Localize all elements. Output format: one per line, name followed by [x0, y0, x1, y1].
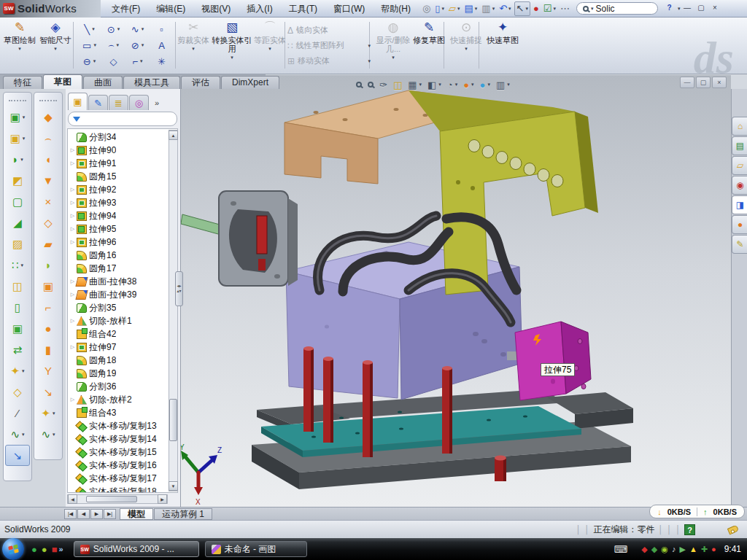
tab-模具工具[interactable]: 模具工具	[123, 76, 180, 89]
save-button[interactable]: ▤▾	[463, 1, 479, 16]
dropdown-caret-icon[interactable]: ▾	[117, 26, 120, 32]
ejector-button[interactable]: ↘	[36, 381, 61, 402]
shell-button[interactable]: ▢	[5, 191, 30, 212]
design-library-tab[interactable]: ▤	[732, 136, 747, 155]
tree-item[interactable]: ▷拉伸94	[69, 209, 177, 222]
menu-item[interactable]: 帮助(H)	[373, 1, 419, 17]
dropdown-caret-icon[interactable]: ▾	[487, 82, 490, 88]
undo-button[interactable]: ↶▾	[498, 1, 512, 16]
zoom-fit-button[interactable]	[353, 77, 365, 92]
expand-arrow-icon[interactable]: ▷	[69, 160, 76, 166]
tree-filter-input[interactable]	[82, 114, 186, 124]
dropdown-caret-icon[interactable]: ▾	[53, 411, 55, 416]
menu-item[interactable]: 窗口(W)	[325, 1, 373, 17]
solidworks-search-tab[interactable]: ◉	[732, 176, 747, 195]
tree-item[interactable]: 圆角19	[69, 367, 177, 380]
tree-item[interactable]: ▷切除-放样1	[69, 314, 177, 327]
antivirus-tray-icon[interactable]: ◆	[641, 545, 647, 553]
expand-arrow-icon[interactable]: ▷	[69, 318, 76, 324]
tree-item[interactable]: ▷拉伸97	[69, 341, 177, 354]
tree-item[interactable]: 组合43	[69, 406, 177, 419]
menu-item[interactable]: 插入(I)	[239, 1, 280, 17]
dropdown-caret-icon[interactable]: ▾	[507, 82, 510, 88]
split-line-button[interactable]: ⌢	[36, 128, 61, 149]
dimxpertmanager-tab[interactable]: ◎	[129, 95, 149, 110]
combine-button[interactable]: ▣	[5, 318, 30, 339]
search-caret-icon[interactable]: ▾	[591, 6, 594, 12]
tab-评估[interactable]: 评估	[181, 76, 220, 89]
tree-item[interactable]: 分割34	[69, 131, 177, 144]
expand-arrow-icon[interactable]: ▷	[69, 147, 76, 153]
draft-button[interactable]: ◢	[5, 212, 30, 233]
selection-box-tool[interactable]: ▫	[150, 21, 174, 37]
taskbar-solidworks-window[interactable]: SWSolidWorks 2009 - ...	[74, 541, 199, 557]
dropdown-caret-icon[interactable]: ▾	[22, 432, 25, 438]
dropdown-caret-icon[interactable]: ▾	[508, 6, 511, 12]
expand-arrow-icon[interactable]: ▷	[69, 344, 76, 350]
doc-tab-运动算例 1[interactable]: 运动算例 1	[154, 508, 212, 520]
cavity-button[interactable]: ●	[36, 318, 61, 339]
dropdown-caret-icon[interactable]: ▾	[22, 368, 25, 374]
tab-曲面[interactable]: 曲面	[83, 76, 123, 89]
tree-item[interactable]: ▷拉伸96	[69, 236, 177, 249]
dropdown-caret-icon[interactable]: ▾	[54, 46, 57, 52]
move-copy-button[interactable]: ⇄	[5, 339, 30, 360]
expand-arrow-icon[interactable]: ▷	[69, 213, 76, 219]
dropdown-caret-icon[interactable]: ▾	[465, 46, 468, 52]
dropdown-caret-icon[interactable]: ▾	[117, 42, 120, 48]
messenger-icon[interactable]: ●	[31, 545, 37, 554]
traffic-light-button[interactable]: ●	[532, 1, 541, 16]
tree-item[interactable]: 实体-移动/复制16	[69, 459, 177, 472]
scroll-down-button[interactable]: ▼	[169, 481, 178, 491]
tab-scroll-button[interactable]: ▶	[90, 509, 103, 519]
offset-entities-button[interactable]: ⌒等距实体▾	[254, 20, 286, 72]
tab-scroll-button[interactable]: ▶|	[104, 509, 116, 519]
dropdown-caret-icon[interactable]: ▾	[192, 46, 195, 52]
dropdown-caret-icon[interactable]: ▾	[268, 46, 271, 52]
custom-properties-tab[interactable]: ✎	[732, 235, 747, 254]
dropdown-caret-icon[interactable]: ▾	[93, 42, 96, 48]
scale-button[interactable]: ◆	[36, 106, 61, 128]
curve-tool-button[interactable]: ∿▾	[36, 424, 61, 445]
mirror-button[interactable]: ◫	[5, 276, 30, 297]
linear-pattern-button[interactable]: ∷▾	[5, 254, 30, 276]
tree-filter[interactable]	[68, 112, 177, 126]
tab-scroll-button[interactable]: |◀	[64, 509, 77, 519]
menu-item[interactable]: 视图(V)	[193, 1, 239, 17]
quick-snaps-button[interactable]: ⊙快速捕捉▾	[449, 20, 483, 72]
view-orientation-button[interactable]: ▦▾	[405, 77, 425, 92]
close-button[interactable]: ×	[709, 3, 721, 14]
scroll-right-button[interactable]: ▶	[158, 494, 167, 504]
fillet-button[interactable]: ◗▾	[5, 149, 30, 170]
sketch-fillet-tool[interactable]: ⌐▾	[125, 53, 150, 69]
file-explorer-tab[interactable]: ▱	[732, 156, 747, 175]
tree-item[interactable]: ▷拉伸92	[69, 183, 177, 196]
tab-scroll-button[interactable]: ◀	[77, 509, 90, 519]
view-settings-button[interactable]: ▥▾	[493, 77, 513, 92]
smart-dimension-button[interactable]: ◈智能尺寸▾	[38, 20, 73, 72]
dropdown-caret-icon[interactable]: ▾	[20, 157, 23, 163]
point-tool[interactable]: ✳	[150, 53, 174, 69]
tab-特征[interactable]: 特征	[3, 76, 42, 89]
wrap-button[interactable]: ▨	[5, 233, 30, 254]
taskbar-paint-window[interactable]: 未命名 - 画图	[205, 541, 307, 557]
extruded-cut-button[interactable]: ▣▾	[5, 128, 30, 149]
tag-icon[interactable]	[727, 524, 739, 534]
restore-button[interactable]: ▢	[695, 3, 708, 14]
parting-surface-button[interactable]: ▰	[36, 233, 61, 254]
parting-line-button[interactable]: ◇	[36, 212, 61, 233]
linear-sketch-pattern-button[interactable]: ∷线性草图阵列▾	[287, 38, 371, 53]
section-view-button[interactable]: ◫	[390, 77, 405, 92]
security-ball-icon[interactable]: ●	[42, 545, 47, 554]
dropdown-caret-icon[interactable]: ▾	[18, 46, 21, 52]
tree-item[interactable]: ▷曲面-拉伸39	[69, 288, 177, 301]
tree-item[interactable]: 实体-移动/复制17	[69, 472, 177, 485]
text-tool[interactable]: A	[150, 37, 174, 53]
dropdown-caret-icon[interactable]: ▾	[525, 6, 528, 12]
tab-草图[interactable]: 草图	[43, 74, 82, 89]
edit-appearance-button[interactable]: ●▾	[460, 77, 476, 92]
scroll-thumb[interactable]	[169, 399, 177, 441]
tree-item[interactable]: 实体-移动/复制13	[69, 419, 177, 432]
tree-item[interactable]: 分割35	[69, 301, 177, 314]
start-button[interactable]	[2, 538, 24, 560]
